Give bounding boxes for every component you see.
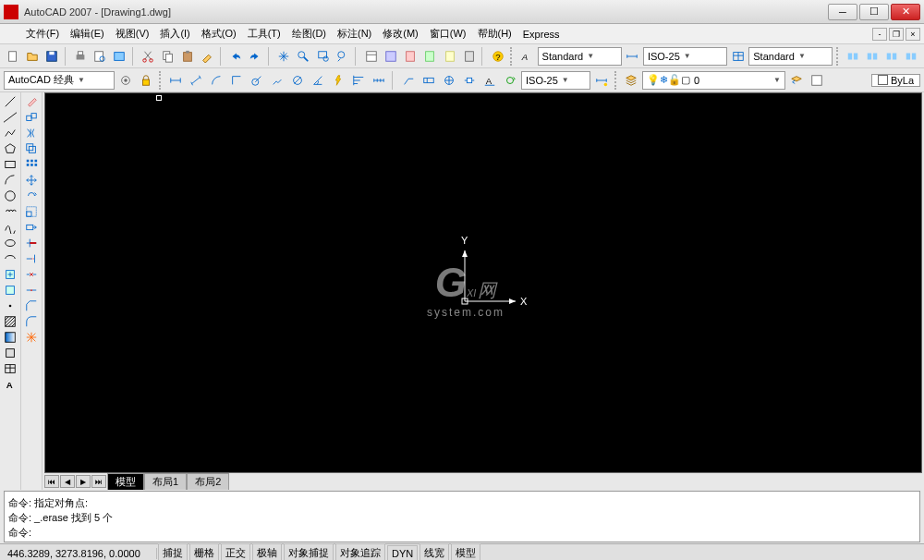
array-button[interactable] [22,157,41,172]
redo-button[interactable] [247,47,264,66]
arc-button[interactable] [1,173,19,188]
move-button[interactable] [22,173,41,188]
point-button[interactable] [1,298,19,313]
menu-tools[interactable]: 工具(T) [242,25,286,43]
break-button[interactable] [22,267,41,282]
menu-view[interactable]: 视图(V) [110,25,155,43]
dim-style-combo[interactable]: ISO-25▼ [643,47,727,66]
text-style-icon[interactable]: A [517,47,535,66]
lwt-toggle[interactable]: 线宽 [419,543,449,560]
menu-dimension[interactable]: 标注(N) [332,25,377,43]
pline-button[interactable] [1,126,19,140]
mirror-button[interactable] [22,126,41,140]
design-center-button[interactable] [382,47,399,66]
doc-minimize-button[interactable]: - [872,28,887,41]
dim-center-button[interactable] [440,71,458,90]
copy-button[interactable] [159,47,176,66]
dim-arc-button[interactable] [207,71,225,90]
stretch-button[interactable] [22,220,41,235]
xline-button[interactable] [1,110,19,125]
menu-window[interactable]: 窗口(W) [424,25,472,43]
zoom-realtime-button[interactable] [295,47,312,66]
dim-edit-button[interactable] [460,71,479,90]
sheet-set-button[interactable] [421,47,439,66]
cut-button[interactable] [140,47,157,66]
table-style-icon[interactable] [729,47,747,66]
block-tool-4[interactable] [903,47,920,66]
pan-button[interactable] [275,47,293,66]
zoom-window-button[interactable] [314,47,332,66]
bylayer-checkbox[interactable]: ByLa [871,74,920,87]
dim-linear-button[interactable] [166,71,185,90]
dim-style-button[interactable] [592,71,611,90]
layer-manager-button[interactable] [622,71,640,90]
layer-combo[interactable]: 💡❄🔓▢ 0▼ [642,71,785,90]
revcloud-button[interactable] [1,204,19,219]
erase-button[interactable] [22,94,41,109]
command-line[interactable]: 命令: 指定对角点: 命令: _.erase 找到 5 个 命令: [4,491,920,542]
explode-button[interactable] [22,330,41,345]
menu-edit[interactable]: 编辑(E) [65,25,110,43]
workspace-settings-button[interactable] [116,71,135,90]
block-tool-2[interactable] [864,47,881,66]
menu-modify[interactable]: 修改(M) [377,25,424,43]
calc-button[interactable] [460,47,478,66]
tab-layout1[interactable]: 布局1 [144,473,187,490]
table-button[interactable] [1,361,19,376]
extend-button[interactable] [22,251,41,266]
menu-help[interactable]: 帮助(H) [472,25,517,43]
tool-palettes-button[interactable] [402,47,419,66]
markup-button[interactable] [441,47,458,66]
insert-block-button[interactable] [1,267,19,282]
close-button[interactable]: ✕ [891,4,920,20]
otrack-toggle[interactable]: 对象追踪 [335,543,385,560]
model-toggle[interactable]: 模型 [451,543,480,560]
zoom-previous-button[interactable] [334,47,351,66]
scale-button[interactable] [22,204,41,219]
dim-style-combo-2[interactable]: ISO-25▼ [521,71,590,90]
match-props-button[interactable] [198,47,215,66]
properties-button[interactable] [362,47,380,66]
ellipse-arc-button[interactable] [1,251,19,266]
ellipse-button[interactable] [1,236,19,250]
dim-leader-button[interactable] [399,71,418,90]
menu-draw[interactable]: 绘图(D) [286,25,332,43]
new-button[interactable] [4,47,21,66]
dim-angular-button[interactable] [309,71,327,90]
menu-express[interactable]: Express [517,27,565,42]
drawing-canvas[interactable]: G XI 网 system.com X Y [44,92,922,473]
undo-button[interactable] [226,47,244,66]
circle-button[interactable] [1,189,19,203]
maximize-button[interactable]: ☐ [859,4,889,20]
publish-button[interactable] [111,47,128,66]
rectangle-button[interactable] [1,157,19,172]
dim-aligned-button[interactable] [187,71,205,90]
workspace-combo[interactable]: AutoCAD 经典▼ [4,71,115,90]
tab-first-button[interactable]: ⏮ [44,475,59,488]
tab-layout2[interactable]: 布局2 [187,473,229,490]
save-button[interactable] [43,47,60,66]
dim-jogged-button[interactable] [268,71,286,90]
dim-tolerance-button[interactable] [419,71,438,90]
dim-update-button[interactable] [501,71,519,90]
polygon-button[interactable] [1,141,19,156]
fillet-button[interactable] [22,314,41,329]
block-tool-3[interactable] [883,47,901,66]
gradient-button[interactable] [1,330,19,345]
offset-button[interactable] [22,141,41,156]
chamfer-button[interactable] [22,298,41,313]
dim-textedit-button[interactable]: A [480,71,499,90]
dim-baseline-button[interactable] [349,71,368,90]
dim-diameter-button[interactable] [288,71,307,90]
layer-prev-button[interactable] [787,71,806,90]
help-button[interactable]: ? [489,47,506,66]
tab-next-button[interactable]: ▶ [76,475,91,488]
make-block-button[interactable] [1,283,19,298]
spline-button[interactable] [1,220,19,235]
table-style-combo[interactable]: Standard▼ [748,47,833,66]
dim-quick-button[interactable] [329,71,347,90]
doc-restore-button[interactable]: ❐ [889,28,904,41]
coordinates-readout[interactable]: 446.3289, 3273.8196, 0.0000 [0,548,157,559]
block-tool-1[interactable] [844,47,861,66]
region-button[interactable] [1,346,19,360]
